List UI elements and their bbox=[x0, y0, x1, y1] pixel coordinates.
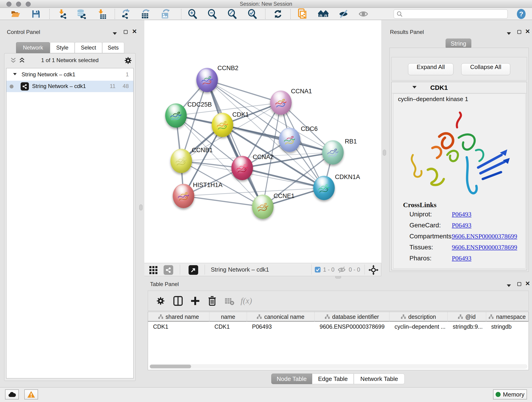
warnings-button[interactable] bbox=[24, 389, 38, 400]
show-columns-icon[interactable] bbox=[173, 296, 183, 306]
add-column-icon[interactable] bbox=[190, 296, 200, 306]
expand-all-button[interactable]: Expand All bbox=[408, 63, 453, 75]
panel-close-icon[interactable]: ✕ bbox=[525, 29, 530, 35]
hide-selected-button[interactable] bbox=[338, 9, 349, 19]
table-horizontal-scrollbar[interactable] bbox=[149, 364, 527, 369]
open-session-button[interactable] bbox=[10, 9, 21, 19]
collapse-all-button[interactable]: Collapse All bbox=[461, 63, 510, 75]
memory-button[interactable]: Memory bbox=[493, 389, 527, 400]
apply-layout-button[interactable] bbox=[273, 9, 283, 19]
search-input[interactable] bbox=[404, 10, 507, 18]
zoom-selected-button[interactable] bbox=[247, 9, 258, 19]
table-cell[interactable]: stringdb:9... bbox=[448, 323, 486, 330]
import-network-database-button[interactable] bbox=[76, 9, 87, 19]
node-CCNB1[interactable] bbox=[171, 149, 192, 173]
column-header-description[interactable]: description bbox=[389, 312, 448, 322]
crosslink-row: Tissues:9606.ENSP00000378699 bbox=[409, 244, 433, 251]
panel-menu-icon[interactable] bbox=[113, 30, 117, 36]
pan-crosshair-icon[interactable] bbox=[368, 265, 379, 275]
crosslink-link[interactable]: P06493 bbox=[452, 255, 472, 262]
birdseye-grid-icon[interactable] bbox=[149, 265, 158, 274]
section-collapse-icon[interactable] bbox=[412, 86, 417, 89]
panel-close-icon[interactable]: ✕ bbox=[525, 281, 530, 287]
delete-table-icon[interactable] bbox=[225, 297, 234, 306]
help-button[interactable]: ? bbox=[516, 9, 526, 19]
crosslink-link[interactable]: 9606.ENSP00000378699 bbox=[452, 244, 517, 251]
scrollbar-thumb[interactable] bbox=[150, 365, 191, 368]
delete-column-trash-icon[interactable] bbox=[208, 296, 217, 306]
column-header--id[interactable]: @id bbox=[448, 312, 486, 322]
zoom-in-button[interactable] bbox=[187, 9, 198, 19]
tab-sets[interactable]: Sets bbox=[102, 42, 124, 53]
panel-menu-icon[interactable] bbox=[507, 282, 511, 288]
table-cell[interactable]: CDK1 bbox=[148, 323, 209, 330]
column-header-namespace[interactable]: namespace bbox=[486, 312, 529, 322]
tab-style[interactable]: Style bbox=[50, 42, 75, 53]
table-cell[interactable]: CDK1 bbox=[209, 323, 247, 330]
network-tree: String Network – cdk1 1 String Network –… bbox=[6, 68, 133, 378]
panel-menu-icon[interactable] bbox=[507, 30, 511, 36]
node-count: 11 bbox=[110, 83, 115, 89]
panel-float-icon[interactable] bbox=[517, 281, 521, 287]
selected-checkbox-icon[interactable] bbox=[315, 267, 321, 273]
hidden-eye-slash-icon[interactable] bbox=[337, 266, 346, 274]
node-HIST1H1A[interactable] bbox=[173, 184, 194, 208]
vertical-splitter-handle[interactable] bbox=[139, 204, 143, 211]
node-CCNA1[interactable] bbox=[270, 90, 292, 115]
save-session-button[interactable] bbox=[31, 9, 41, 19]
panel-close-icon[interactable]: ✕ bbox=[132, 29, 137, 35]
crosslink-link[interactable]: P06493 bbox=[452, 222, 472, 229]
node-CDC6[interactable] bbox=[279, 128, 300, 152]
node-CCNE1[interactable] bbox=[252, 195, 273, 219]
node-CCNB2[interactable] bbox=[196, 68, 218, 92]
zoom-fit-button[interactable] bbox=[227, 9, 237, 19]
network-share-icon[interactable] bbox=[164, 265, 173, 275]
node-CDC25B[interactable] bbox=[165, 103, 187, 128]
string-home-button[interactable] bbox=[318, 9, 329, 19]
panel-float-icon[interactable] bbox=[124, 29, 128, 35]
export-image-button[interactable] bbox=[160, 9, 171, 19]
edge-CCNE1-HIST1H1A[interactable] bbox=[184, 196, 263, 207]
node-RB1[interactable] bbox=[322, 140, 344, 165]
node-CDK1[interactable] bbox=[212, 113, 233, 137]
node-CDKN1A[interactable] bbox=[313, 176, 335, 200]
panel-float-icon[interactable] bbox=[517, 29, 521, 35]
tab-node-table[interactable]: Node Table bbox=[271, 374, 312, 384]
table-cell[interactable]: stringdb bbox=[486, 323, 529, 330]
table-cell[interactable]: cyclin–dependent ... bbox=[389, 323, 448, 330]
import-table-file-button[interactable] bbox=[96, 9, 107, 19]
import-network-file-button[interactable] bbox=[57, 9, 68, 19]
node-CCNA2[interactable] bbox=[231, 156, 253, 180]
crosslink-link[interactable]: P06493 bbox=[452, 211, 472, 218]
column-header-name[interactable]: name bbox=[209, 312, 247, 322]
column-header-canonical-name[interactable]: canonical name bbox=[247, 312, 315, 322]
collapse-triangle-icon[interactable] bbox=[13, 73, 17, 75]
show-all-button[interactable] bbox=[358, 9, 369, 19]
column-header-database-identifier[interactable]: database identifier bbox=[315, 312, 389, 322]
tab-network-table[interactable]: Network Table bbox=[354, 374, 405, 384]
network-collection-row[interactable]: String Network – cdk1 1 bbox=[6, 69, 133, 81]
tab-select[interactable]: Select bbox=[75, 42, 102, 53]
table-cell[interactable]: 9606.ENSP00000378699 bbox=[315, 323, 389, 330]
vertical-splitter-handle[interactable] bbox=[383, 150, 386, 156]
open-in-window-icon[interactable] bbox=[189, 265, 198, 275]
table-gear-icon[interactable] bbox=[156, 296, 165, 306]
network-view-canvas[interactable]: CCNB2CCNA1CDC25BCDK1CDC6RB1CCNB1CCNA2CDK… bbox=[144, 20, 381, 263]
table-cell[interactable]: P06493 bbox=[247, 323, 315, 330]
network-row-selected[interactable]: String Network – cdk1 11 48 bbox=[6, 81, 133, 92]
tab-string[interactable]: String bbox=[446, 38, 471, 49]
clone-network-button[interactable] bbox=[297, 9, 307, 19]
edge-CCNB2-CCNA1[interactable] bbox=[207, 80, 281, 103]
toolbar-separator bbox=[290, 9, 291, 19]
export-network-button[interactable] bbox=[120, 9, 131, 19]
crosslink-link[interactable]: 9606.ENSP00000378699 bbox=[452, 233, 517, 240]
column-header-shared-name[interactable]: shared name bbox=[148, 312, 209, 322]
zoom-out-button[interactable] bbox=[207, 9, 217, 19]
export-table-button[interactable] bbox=[140, 9, 151, 19]
tab-network[interactable]: Network bbox=[16, 42, 50, 53]
function-builder-button[interactable]: f(x) bbox=[241, 296, 252, 306]
gear-icon[interactable] bbox=[124, 56, 132, 65]
gene-section-header[interactable]: CDK1 bbox=[392, 82, 526, 93]
cloud-button[interactable] bbox=[5, 389, 19, 400]
tab-edge-table[interactable]: Edge Table bbox=[312, 374, 354, 384]
